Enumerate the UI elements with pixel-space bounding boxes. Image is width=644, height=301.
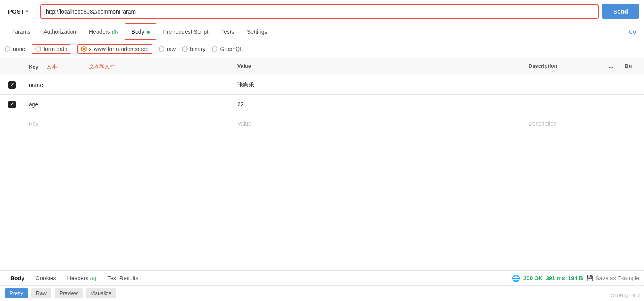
th-checkbox (0, 61, 24, 72)
radio-none[interactable]: none (5, 46, 25, 52)
td-value-age[interactable]: 22 (233, 98, 524, 111)
checkbox-name[interactable]: ✓ (8, 81, 16, 89)
headers-badge: (8) (112, 29, 118, 35)
table-row: ✓ name 张鑫乐 (0, 75, 644, 95)
th-value: Value (233, 61, 524, 72)
radio-raw-circle (159, 46, 164, 52)
method-chevron-icon: ▾ (26, 9, 28, 14)
table-row: ✓ age 22 (0, 95, 644, 114)
radio-none-circle (5, 46, 10, 52)
th-more: ... (604, 61, 620, 72)
radio-binary-label: binary (190, 46, 205, 52)
th-key-text: 文本 (47, 63, 57, 70)
td-bulk-name (620, 82, 644, 88)
th-key-group: Key 文本 文本和文件 (24, 61, 233, 72)
url-input[interactable] (41, 5, 598, 18)
radio-graphql-label: GraphQL (220, 46, 243, 52)
tab-headers[interactable]: Headers (8) (83, 24, 125, 40)
table-header: Key 文本 文本和文件 Value Description ... Bu (0, 58, 644, 75)
th-key: Key (29, 64, 38, 70)
radio-raw[interactable]: raw (159, 46, 176, 52)
th-description: Description (524, 61, 604, 72)
radio-raw-label: raw (167, 46, 176, 52)
td-more-empty (604, 120, 620, 127)
td-desc-age (524, 101, 604, 108)
url-input-wrapper (40, 4, 599, 19)
radio-urlencoded-circle (81, 46, 87, 52)
th-key-file: 文本和文件 (89, 63, 115, 70)
radio-graphql-circle (212, 46, 217, 52)
td-checkbox-name: ✓ (0, 78, 24, 92)
method-label: POST (8, 8, 24, 15)
method-selector[interactable]: POST ▾ (5, 6, 37, 17)
tab-tests[interactable]: Tests (215, 24, 241, 40)
td-key-age[interactable]: age (24, 98, 233, 111)
checkmark-age: ✓ (10, 102, 14, 107)
radio-form-data[interactable]: form-data (32, 44, 71, 54)
td-bulk-age (620, 101, 644, 108)
tab-params[interactable]: Params (5, 24, 37, 40)
td-bulk-empty (620, 120, 644, 127)
table-empty-row: Key Value Description (0, 114, 644, 133)
tab-pre-request-script[interactable]: Pre-request Script (156, 24, 215, 40)
radio-binary-circle (182, 46, 188, 52)
th-bulk: Bu (620, 61, 644, 72)
radio-form-data-circle (35, 46, 41, 52)
checkmark-name: ✓ (10, 82, 14, 87)
body-type-row: none form-data x-www-form-urlencoded raw… (0, 40, 644, 58)
tab-settings[interactable]: Settings (241, 24, 274, 40)
td-value-name[interactable]: 张鑫乐 (233, 78, 524, 92)
radio-none-label: none (13, 46, 25, 52)
tab-authorization[interactable]: Authorization (37, 24, 83, 40)
td-value-empty[interactable]: Value (233, 117, 524, 130)
td-key-empty[interactable]: Key (24, 117, 233, 130)
body-dot-indicator (147, 31, 150, 34)
code-link[interactable]: Co (626, 24, 639, 40)
radio-form-data-label: form-data (43, 46, 67, 52)
send-button[interactable]: Send (602, 4, 639, 19)
td-checkbox-age: ✓ (0, 98, 24, 111)
tab-body[interactable]: Body (125, 23, 157, 40)
td-key-name[interactable]: name (24, 79, 233, 92)
radio-urlencoded-label: x-www-form-urlencoded (89, 46, 149, 52)
radio-urlencoded[interactable]: x-www-form-urlencoded (77, 44, 152, 54)
td-desc-name (524, 82, 604, 88)
td-more-name (604, 82, 620, 88)
request-tabs: Params Authorization Headers (8) Body Pr… (0, 23, 644, 40)
top-bar: POST ▾ Send (0, 0, 644, 23)
radio-graphql[interactable]: GraphQL (212, 46, 243, 52)
td-more-age (604, 101, 620, 108)
checkbox-age[interactable]: ✓ (8, 101, 16, 108)
radio-binary[interactable]: binary (182, 46, 205, 52)
td-checkbox-empty (0, 120, 24, 127)
td-desc-empty[interactable]: Description (524, 117, 604, 130)
